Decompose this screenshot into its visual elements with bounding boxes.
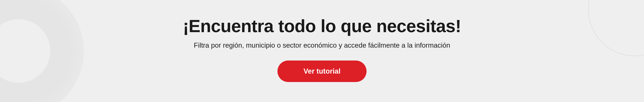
hero-heading: ¡Encuentra todo lo que necesitas!: [0, 16, 644, 36]
tutorial-button[interactable]: Ver tutorial: [278, 61, 367, 82]
hero-section: ¡Encuentra todo lo que necesitas! Filtra…: [0, 16, 644, 82]
hero-subtitle: Filtra por región, municipio o sector ec…: [0, 41, 644, 49]
